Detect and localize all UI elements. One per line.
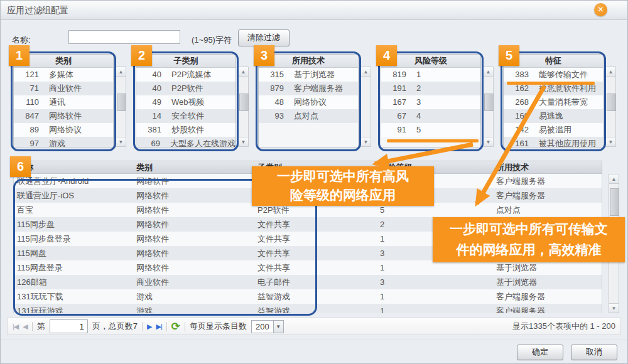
callout-line: 险等级的网络应用 (252, 186, 434, 205)
filter-option[interactable]: 1912 (381, 82, 480, 95)
table-cell: 网络软件 (136, 174, 169, 188)
annotation-badge-3: 3 (254, 45, 274, 66)
option-label: Web视频 (171, 95, 236, 109)
scrollbar[interactable]: ▲▼ (360, 67, 371, 147)
scrollbar-thumb[interactable] (484, 94, 494, 111)
option-label: 2 (416, 82, 480, 95)
page-input[interactable] (50, 319, 88, 333)
page-label-prefix: 第 (37, 321, 45, 332)
scrollbar[interactable]: ▲▼ (116, 67, 126, 147)
name-input[interactable] (68, 30, 180, 44)
filter-option[interactable]: 71商业软件 (14, 82, 113, 95)
scroll-down-icon[interactable]: ▼ (606, 137, 615, 146)
scroll-up-icon[interactable]: ▲ (116, 67, 126, 77)
filter-option[interactable]: 97游戏 (14, 137, 113, 147)
next-page-icon[interactable]: ▶ (147, 323, 151, 331)
scroll-up-icon[interactable]: ▲ (361, 67, 371, 77)
filter-option[interactable]: 48网络协议 (259, 95, 358, 109)
filter-option[interactable]: 161被其他应用使用 (504, 137, 603, 147)
first-page-icon[interactable]: |◀ (13, 323, 18, 331)
option-count: 91 (381, 123, 406, 137)
scroll-down-icon[interactable]: ▼ (609, 303, 619, 313)
filter-panel-3: 所用技术315基于浏览器879客户端服务器48网络协议93点对点▲▼3 (258, 54, 381, 149)
callout-line: 件的网络应用，高效精准 (433, 239, 625, 260)
scroll-up-icon[interactable]: ▲ (484, 67, 493, 77)
scrollbar-thumb[interactable] (117, 94, 126, 111)
scroll-down-icon[interactable]: ▼ (239, 137, 248, 146)
scrollbar-thumb[interactable] (239, 94, 249, 111)
callout-file-transfer: 一步即可选中所有可传输文 件的网络应用，高效精准 (433, 217, 625, 262)
option-count: 879 (259, 82, 284, 95)
option-count: 819 (381, 68, 406, 82)
refresh-icon[interactable]: ⟳ (171, 320, 180, 333)
filter-option[interactable]: 915 (381, 123, 480, 137)
ok-button[interactable]: 确定 (517, 345, 563, 360)
scroll-down-icon[interactable]: ▼ (361, 137, 371, 146)
filter-option[interactable]: 383能够传输文件 (504, 68, 603, 82)
clear-filter-button[interactable]: 清除过滤 (238, 29, 290, 46)
filter-option[interactable]: 1673 (381, 95, 480, 109)
last-page-icon[interactable]: ▶| (156, 323, 162, 331)
filter-option[interactable]: 110通讯 (14, 95, 113, 109)
filter-option[interactable]: 879客户端服务器 (259, 82, 358, 95)
scrollbar[interactable]: ▲▼ (483, 67, 494, 147)
separator (166, 322, 167, 331)
column-header[interactable]: 类别 (136, 161, 153, 174)
table-cell: 游戏 (136, 304, 153, 313)
filter-option[interactable]: 40P2P流媒体 (136, 68, 236, 82)
column-header[interactable]: 所用技术 (496, 161, 529, 174)
close-icon[interactable]: ✕ (594, 3, 607, 16)
filter-option[interactable]: 674 (381, 109, 480, 123)
scroll-up-icon[interactable]: ▲ (609, 174, 619, 184)
per-page-select[interactable]: 200 ▼ (251, 320, 284, 333)
scroll-up-icon[interactable]: ▲ (606, 67, 615, 77)
filter-panel-2: 子类别40P2P流媒体40P2P软件49Web视频14安全软件381炒股软件69… (136, 54, 258, 149)
scrollbar-thumb[interactable] (607, 94, 616, 111)
scrollbar[interactable]: ▲▼ (605, 67, 616, 147)
filter-option[interactable]: 69大型多人在线游戏 (136, 137, 236, 147)
option-label: 4 (416, 109, 480, 123)
filter-option[interactable]: 93点对点 (259, 109, 358, 123)
filter-option[interactable]: 89网络协议 (14, 123, 113, 137)
dialog-title: 应用过滤组配置 (7, 5, 68, 16)
filter-list: 风险等级819119121673674915 (381, 54, 481, 147)
option-count: 93 (259, 109, 284, 123)
callout-line: 一步即可选中所有高风 (252, 167, 434, 186)
filter-option[interactable]: 40P2P软件 (136, 82, 236, 95)
option-count: 160 (504, 109, 529, 123)
table-row[interactable]: 126邮箱商业软件电子邮件3基于浏览器 (14, 275, 602, 289)
scroll-up-icon[interactable]: ▲ (239, 67, 248, 77)
filter-option[interactable]: 14安全软件 (136, 109, 236, 123)
filter-option[interactable]: 381炒股软件 (136, 123, 236, 137)
scroll-down-icon[interactable]: ▼ (484, 137, 493, 146)
scrollbar-thumb[interactable] (610, 188, 619, 216)
table-row[interactable]: 131玩玩游戏游戏益智游戏1客户端服务器 (14, 304, 602, 313)
scroll-down-icon[interactable]: ▼ (116, 137, 126, 146)
filter-option[interactable]: 121多媒体 (14, 68, 113, 82)
table-row[interactable]: 131玩玩下载游戏益智游戏1客户端服务器 (14, 289, 602, 304)
option-count: 110 (14, 95, 39, 109)
filter-list: 类别121多媒体71商业软件110通讯847网络软件89网络协议97游戏 (13, 54, 114, 147)
option-label: 点对点 (294, 109, 358, 123)
filter-option[interactable]: 142易被滥用 (504, 123, 603, 137)
filter-option[interactable]: 160易逃逸 (504, 109, 603, 123)
scrollbar[interactable]: ▲▼ (238, 67, 249, 147)
option-label: 大量消耗带宽 (539, 95, 603, 109)
option-count: 381 (136, 123, 161, 137)
option-label: 大型多人在线游戏 (170, 137, 236, 147)
table-cell: 文件共享 (257, 260, 290, 275)
filter-option[interactable]: 847网络软件 (14, 109, 113, 123)
prev-page-icon[interactable]: ◀ (23, 323, 27, 331)
filter-option[interactable]: 49Web视频 (136, 95, 236, 109)
cancel-button[interactable]: 取消 (571, 345, 617, 360)
option-count: 847 (14, 109, 39, 123)
filter-option[interactable]: 268大量消耗带宽 (504, 95, 603, 109)
filter-option[interactable]: 315基于浏览器 (259, 68, 358, 82)
option-label: 商业软件 (49, 82, 113, 95)
table-cell: 游戏 (136, 289, 153, 304)
table-cell: 网络软件 (136, 203, 169, 217)
option-label: 基于浏览器 (294, 68, 358, 82)
option-label: 网络协议 (49, 123, 113, 137)
table-row[interactable]: 115网盘登录网络软件文件共享1基于浏览器 (14, 260, 602, 275)
filter-option[interactable]: 8191 (381, 68, 480, 82)
